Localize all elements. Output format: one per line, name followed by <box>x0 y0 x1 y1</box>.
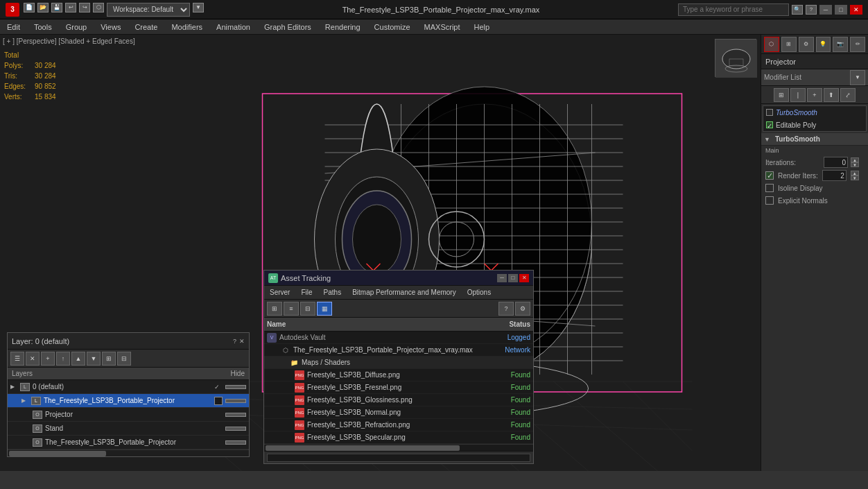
layer-tool8[interactable]: ⊟ <box>117 352 131 366</box>
rp-icon1[interactable]: ⬡ <box>764 37 779 52</box>
mod-tool4[interactable]: ⬆ <box>824 88 839 102</box>
workspace-expand[interactable]: ▼ <box>193 3 204 12</box>
at-tool3[interactable]: ⊟ <box>300 302 315 316</box>
viewport-area[interactable]: [ + ] [Perspective] [Shaded + Edged Face… <box>0 35 761 471</box>
layer-item[interactable]: O Stand <box>8 422 249 436</box>
modifier-turbosmooth[interactable]: TurboSmooth <box>763 106 866 119</box>
ts-title: TurboSmooth <box>775 135 820 143</box>
menu-tools[interactable]: Tools <box>27 19 59 34</box>
at-menu-server[interactable]: Server <box>264 287 295 298</box>
layer-scrollbar[interactable] <box>8 449 249 456</box>
menu-create[interactable]: Create <box>128 19 164 34</box>
menu-edit[interactable]: Edit <box>0 19 27 34</box>
layer-tool7[interactable]: ⊞ <box>102 352 116 366</box>
workspace-dropdown[interactable]: Workspace: Default <box>107 3 190 17</box>
menu-group[interactable]: Group <box>59 19 94 34</box>
at-scroll-thumb[interactable] <box>266 445 460 451</box>
at-tool2[interactable]: ≡ <box>284 302 299 316</box>
rp-icon3[interactable]: ⚙ <box>799 37 814 52</box>
ts-render-spin-down[interactable]: ▼ <box>851 175 859 180</box>
mod-tool5[interactable]: ⤤ <box>840 88 856 102</box>
at-menu-file[interactable]: File <box>295 287 318 298</box>
layer-item[interactable]: ▶ L 0 (default) ✓ <box>8 380 249 394</box>
layer-delete-tool[interactable]: ✕ <box>26 352 40 366</box>
mod-checkbox[interactable] <box>766 109 773 116</box>
at-minimize-button[interactable]: ─ <box>497 274 507 282</box>
at-item-status: Found <box>482 434 530 441</box>
modifier-list-label: Modifier List <box>764 74 801 81</box>
mod-checkbox[interactable]: ✓ <box>766 121 773 128</box>
ref-button[interactable]: ⬡ <box>93 3 104 12</box>
maximize-button[interactable]: □ <box>835 5 847 15</box>
ts-render-checkbox[interactable]: ✓ <box>765 171 774 180</box>
at-list-item[interactable]: ⬡ The_Freestyle_LSP3B_Portable_Projector… <box>264 344 533 357</box>
new-button[interactable]: 📄 <box>24 3 35 12</box>
menu-modifiers[interactable]: Modifiers <box>164 19 209 34</box>
mod-tool1[interactable]: ⊞ <box>774 88 789 102</box>
at-menu-options[interactable]: Options <box>462 287 496 298</box>
undo-button[interactable]: ↩ <box>65 3 76 12</box>
layer-item[interactable]: O The_Freestyle_LSP3B_Portable_Projector <box>8 436 249 449</box>
open-button[interactable]: 📂 <box>37 3 49 12</box>
menu-customize[interactable]: Customize <box>367 19 417 34</box>
ts-render-iters-input[interactable] <box>822 170 847 181</box>
at-list-item[interactable]: PNG Freestyle_LSP3B_Refraction.png Found <box>264 419 533 431</box>
ts-isoline-checkbox[interactable] <box>765 184 774 192</box>
modifier-list-expand[interactable]: ▼ <box>850 70 865 85</box>
ts-spin-down[interactable]: ▼ <box>851 162 859 167</box>
layer-select-tool[interactable]: ☰ <box>10 352 24 366</box>
layer-item[interactable]: O Projector <box>8 408 249 422</box>
help-icon[interactable]: ? <box>806 5 817 15</box>
layer-tool5[interactable]: ▲ <box>71 352 85 366</box>
layer-item[interactable]: ▶ L The_Freestyle_LSP3B_Portable_Project… <box>8 394 249 408</box>
at-tool4[interactable]: ▦ <box>317 302 332 316</box>
at-menu-bitmap[interactable]: Bitmap Performance and Memory <box>347 287 462 298</box>
rp-icon4[interactable]: 💡 <box>816 37 831 52</box>
modifier-editable-poly[interactable]: ✓ Editable Poly <box>763 119 866 131</box>
mod-tool3[interactable]: + <box>807 88 822 102</box>
menu-rendering[interactable]: Rendering <box>318 19 367 34</box>
ts-iterations-input[interactable] <box>824 157 848 168</box>
at-scrollbar[interactable] <box>264 444 533 451</box>
at-tool1[interactable]: ⊞ <box>267 302 282 316</box>
at-config-tool[interactable]: ⚙ <box>515 302 530 316</box>
ts-spin-up[interactable]: ▲ <box>851 157 859 162</box>
menu-animation[interactable]: Animation <box>209 19 257 34</box>
ts-explicit-checkbox[interactable] <box>765 196 774 205</box>
at-list-item[interactable]: PNG Freestyle_LSP3B_Glossiness.png Found <box>264 394 533 406</box>
at-close-button[interactable]: ✕ <box>519 274 529 282</box>
at-list-item[interactable]: PNG Freestyle_LSP3B_Diffuse.png Found <box>264 369 533 381</box>
layer-help-button[interactable]: ? <box>233 338 236 345</box>
menu-graph-editors[interactable]: Graph Editors <box>257 19 318 34</box>
at-list-item[interactable]: PNG Freestyle_LSP3B_Fresnel.png Found <box>264 381 533 394</box>
mod-tool2[interactable]: | <box>790 88 806 102</box>
at-list-item[interactable]: PNG Freestyle_LSP3B_Specular.png Found <box>264 431 533 444</box>
at-list-item[interactable]: 📁 Maps / Shaders <box>264 357 533 369</box>
search-input[interactable] <box>678 3 789 16</box>
menu-views[interactable]: Views <box>94 19 128 34</box>
ts-explicit-row: Explicit Normals <box>761 194 868 207</box>
at-list-item[interactable]: PNG Freestyle_LSP3B_Normal.png Found <box>264 406 533 419</box>
layer-item-bar <box>225 427 246 431</box>
minimize-button[interactable]: ─ <box>819 5 832 15</box>
redo-button[interactable]: ↪ <box>79 3 90 12</box>
rp-icon5[interactable]: 📷 <box>833 37 848 52</box>
ts-collapse-icon[interactable]: ▼ <box>764 136 772 143</box>
ts-render-spin-up[interactable]: ▲ <box>851 171 859 175</box>
at-maximize-button[interactable]: □ <box>508 274 518 282</box>
layer-close-button[interactable]: ✕ <box>239 338 245 345</box>
close-button[interactable]: ✕ <box>850 5 862 15</box>
layer-add-tool[interactable]: + <box>41 352 55 366</box>
menu-help[interactable]: Help <box>467 19 497 34</box>
rp-icon6[interactable]: ✏ <box>850 37 865 52</box>
rp-icon2[interactable]: ⊞ <box>781 37 797 52</box>
save-button[interactable]: 💾 <box>51 3 62 12</box>
at-list-item[interactable]: V Autodesk Vault Logged <box>264 332 533 344</box>
menu-maxscript[interactable]: MAXScript <box>417 19 467 34</box>
search-icon[interactable]: 🔍 <box>792 5 803 15</box>
at-menu-paths[interactable]: Paths <box>318 287 347 298</box>
layer-move-tool[interactable]: ↑ <box>56 352 70 366</box>
at-help-tool[interactable]: ? <box>498 302 514 316</box>
layer-tool6[interactable]: ▼ <box>87 352 101 366</box>
layer-scroll-thumb[interactable] <box>9 451 106 456</box>
